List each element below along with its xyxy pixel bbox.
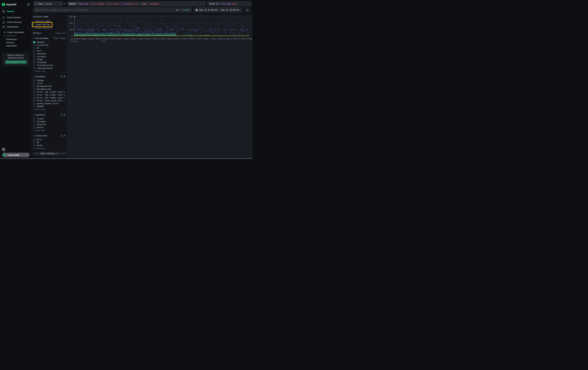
pin-icon[interactable] (63, 75, 65, 78)
checkbox[interactable] (33, 97, 35, 99)
facet-show-more-button[interactable]: Show more (33, 70, 65, 72)
filter-option-ok[interactable]: Ok (33, 141, 65, 144)
chevron-down-icon[interactable] (33, 135, 35, 136)
analysis-option-results-table[interactable]: Results Table (33, 20, 65, 23)
analysis-option-event-patterns[interactable]: Event Patterns (33, 26, 65, 30)
heatmap-canvas[interactable] (73, 16, 249, 37)
facet-clear-button[interactable]: Clear (60, 37, 65, 40)
facet-load-more-button[interactable]: Load more (33, 129, 65, 132)
date-range-picker[interactable]: Sep 14 22:04:35 - Sep 15 10:04:35 (194, 7, 242, 12)
filter-option-error-the-credit-card-[interactable]: Error: The credit card (… (33, 93, 65, 96)
filter-option-change[interactable]: change (33, 79, 65, 82)
filter-option-eventlistener-error[interactable]: eventListener.error (33, 102, 65, 105)
sidebar-item-dashboards[interactable]: Dashboards (0, 24, 32, 29)
source-select[interactable]: Demo Traces (34, 1, 63, 6)
facet-load-more-button[interactable]: Load more (33, 147, 65, 150)
presets-toggle[interactable]: PRESETS (0, 34, 36, 37)
chevron-down-icon[interactable] (33, 38, 35, 39)
filter-option-flagd[interactable]: flagd (33, 58, 65, 61)
checkbox[interactable] (33, 47, 35, 49)
get-started-button[interactable]: Get Started for Free (5, 60, 27, 64)
filter-option-accounting[interactable]: accounting (33, 44, 65, 47)
filter-option-consumer[interactable]: Consumer (33, 120, 65, 123)
checkbox[interactable] (33, 94, 35, 96)
checkbox[interactable] (33, 61, 35, 64)
filter-option-frontend-proxy[interactable]: frontend-proxy (33, 64, 65, 67)
filter-option-documentfetch[interactable]: documentFetch (33, 85, 65, 88)
checkbox[interactable] (33, 100, 35, 102)
facet-name[interactable]: SpanName (36, 75, 60, 78)
filter-option-cart[interactable]: cart (33, 49, 65, 52)
checkbox[interactable] (33, 85, 35, 87)
filter-option-ad[interactable]: ad (33, 47, 65, 49)
gear-icon[interactable] (63, 2, 66, 5)
search-icon[interactable] (61, 114, 63, 116)
filter-option-error-the-credit-card-[interactable]: Error: The credit card (… (33, 96, 65, 99)
facet-show-more-button[interactable]: Show more (33, 108, 65, 111)
checkbox[interactable] (33, 121, 35, 123)
analysis-option-event-deltas[interactable]: Event Deltas (33, 23, 65, 26)
sidebar-item-client-sessions[interactable]: Client Sessions (0, 20, 32, 24)
preset-item-kubernetes[interactable]: Kubernetes (0, 44, 32, 47)
filter-option-error-the-credit-card-[interactable]: Error: The credit card (… (33, 90, 65, 93)
checkbox[interactable] (33, 44, 35, 46)
checkbox[interactable] (33, 53, 35, 55)
search-icon[interactable] (61, 75, 63, 78)
sidebar-item-search[interactable]: Search (0, 8, 32, 14)
facet-name[interactable]: StatusCode (36, 135, 60, 137)
checkbox[interactable] (33, 118, 35, 120)
preset-item-clickhouse[interactable]: ClickHouse (0, 38, 32, 41)
pin-icon[interactable] (63, 135, 65, 137)
events-heatmap-chart[interactable]: 0200400600 10:00pm10:30pm11:00pm11:30pm1… (67, 14, 252, 43)
filter-option-server[interactable]: Server (33, 126, 65, 129)
help-button[interactable]: ? (2, 148, 5, 151)
checkbox[interactable] (33, 64, 35, 66)
filter-option-expire[interactable]: EXPIRE (33, 105, 65, 108)
checkbox[interactable] (33, 88, 35, 90)
filter-option-internal[interactable]: Internal (33, 123, 65, 126)
more-filters-button[interactable]: More filters (33, 152, 65, 155)
filter-option-client[interactable]: Client (33, 117, 65, 120)
run-search-button[interactable] (244, 7, 250, 12)
checkbox[interactable] (33, 139, 35, 141)
checkbox[interactable] (33, 106, 35, 108)
preset-item-services[interactable]: Services (0, 41, 32, 44)
select-clause-input[interactable]: SELECT Timestamp, ServiceName, StatusCod… (67, 1, 206, 6)
mode-sql-toggle[interactable]: SQL (176, 9, 179, 11)
checkbox[interactable] (33, 144, 35, 147)
checkbox[interactable] (33, 82, 35, 84)
checkbox[interactable] (33, 126, 35, 129)
filter-option-load-generator[interactable]: load-generator (33, 67, 65, 70)
filter-option-error[interactable]: Error (33, 138, 65, 141)
checkbox[interactable] (33, 124, 35, 126)
chevron-down-icon[interactable] (33, 114, 35, 115)
pin-icon[interactable] (63, 114, 65, 116)
create-dashboard-button[interactable]: Create Dashboard (0, 30, 36, 34)
checkbox[interactable] (33, 80, 35, 81)
facet-name[interactable]: ServiceName (36, 37, 53, 40)
pin-icon[interactable] (56, 37, 58, 39)
horizontal-scrollbar[interactable] (0, 158, 252, 159)
checkbox[interactable] (33, 59, 35, 61)
filter-option-currency[interactable]: currency (33, 55, 65, 58)
filter-option-error-visa-cache-full-[interactable]: Error: Visa cache full: … (33, 99, 65, 102)
collapse-sidebar-icon[interactable] (27, 3, 30, 6)
filter-option-click[interactable]: click (33, 82, 65, 85)
checkbox[interactable] (33, 56, 35, 58)
clear-all-button[interactable]: Clear all (55, 32, 65, 34)
checkbox[interactable] (33, 67, 35, 69)
checkbox[interactable] (33, 103, 35, 105)
filter-option-checkout[interactable]: checkout (33, 52, 65, 55)
facet-name[interactable]: SpanKind (36, 114, 60, 116)
account-menu[interactable]: U Local mode (2, 153, 30, 157)
order-by-input[interactable]: ORDER BY Timestamp DESC (207, 1, 251, 6)
chevron-down-icon[interactable] (33, 76, 35, 77)
mode-lucene-toggle[interactable]: Lucene (183, 9, 190, 11)
filter-option-payment[interactable]: payment (33, 41, 65, 44)
checkbox[interactable] (33, 50, 35, 52)
search-icon[interactable] (53, 37, 55, 39)
search-icon[interactable] (61, 135, 63, 137)
checkbox[interactable] (33, 91, 35, 93)
filter-option-unset[interactable]: Unset (33, 144, 65, 147)
checkbox[interactable] (33, 141, 35, 144)
